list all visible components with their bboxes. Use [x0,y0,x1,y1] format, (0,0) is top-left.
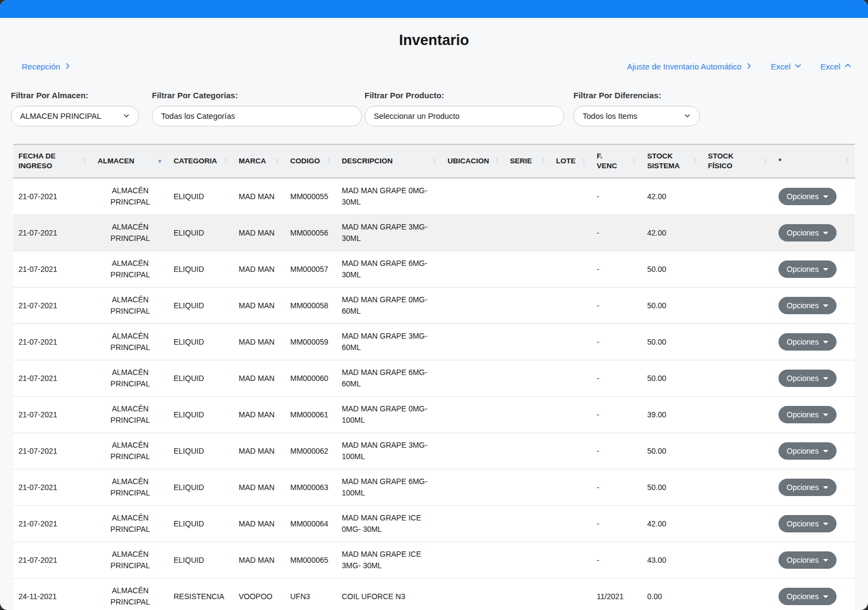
sort-icon: ▲▼ [763,157,768,165]
column-label: MARCA [239,156,266,166]
cell-descripcion: MAD MAN GRAPE 6MG- 100ML [336,469,442,506]
cell-almacen: ALMACÉN PRINCIPAL [92,433,168,469]
opciones-button[interactable]: Opciones [778,224,837,242]
column-label: F. VENC [597,151,617,171]
cell-stock-fisico [703,469,773,506]
opciones-button-label: Opciones [787,447,819,455]
action-links-row: Recepción Ajuste de Inventario Automátic… [0,62,868,71]
almacen-filter-label: Filtrar Por Almacen: [11,91,139,100]
column-header-stock-f-sico[interactable]: STOCK FÍSICO▲▼ [703,144,773,178]
column-header-almacen[interactable]: ALMACEN▼ [92,144,168,178]
cell-stock-sistema: 42.00 [642,215,703,251]
table-row: 21-07-2021ALMACÉN PRINCIPALELIQUIDMAD MA… [13,506,855,542]
ajuste-inventario-link[interactable]: Ajuste de Inventario Automático [627,62,752,71]
filter-group-categorias: Filtrar Por Categorías: [152,91,362,126]
sort-icon: ▲▼ [432,157,437,165]
table-row: 21-07-2021ALMACÉN PRINCIPALELIQUIDMAD MA… [13,397,855,433]
cell-stock-sistema: 50.00 [642,360,703,397]
cell-fecha: 21-07-2021 [13,397,92,433]
cell-marca: MAD MAN [233,433,285,469]
cell-descripcion: COIL UFORCE N3 [336,579,442,610]
cell-lote [551,506,591,542]
recepcion-link[interactable]: Recepción [22,62,71,71]
opciones-button-label: Opciones [787,301,819,310]
column-header-stock-sistema[interactable]: STOCK SISTEMA▲▼ [642,144,703,178]
opciones-button[interactable]: Opciones [778,442,837,460]
cell-codigo: MM000056 [285,215,336,251]
chevron-down-icon [123,112,130,120]
opciones-button[interactable]: Opciones [778,370,837,387]
opciones-button-label: Opciones [787,374,819,383]
cell-descripcion: MAD MAN GRAPE 3MG- 30ML [336,215,442,251]
table-header-row: FECHA DE INGRESO▲▼ALMACEN▼CATEGORIA▲▼MAR… [13,144,855,178]
excel-export-link[interactable]: Excel [771,62,802,71]
producto-filter-input[interactable] [365,106,564,126]
cell-f-venc: - [591,251,642,288]
cell-fecha: 24-11-2021 [13,579,92,610]
categorias-filter-input[interactable] [152,106,362,126]
producto-filter-label: Filtrar Por Producto: [365,91,564,100]
cell-stock-fisico [703,288,773,324]
cell-opciones: Opciones [773,542,855,579]
diferencias-filter-label: Filtrar Por Diferencias: [573,91,700,100]
column-header-descripcion[interactable]: DESCRIPCION▲▼ [336,144,442,178]
opciones-button-label: Opciones [787,556,819,564]
column-header-lote[interactable]: LOTE▲▼ [551,144,591,178]
opciones-button[interactable]: Opciones [778,588,837,605]
column-header-marca[interactable]: MARCA▲▼ [233,144,285,178]
cell-lote [551,469,591,506]
cell-stock-sistema: 50.00 [642,251,703,288]
caret-down-icon [823,304,828,307]
almacen-filter-select[interactable]: ALMACEN PRINCIPAL [11,106,139,126]
cell-categoria: ELIQUID [168,397,233,433]
table-row: 21-07-2021ALMACÉN PRINCIPALELIQUIDMAD MA… [13,433,855,469]
opciones-button[interactable]: Opciones [778,406,837,423]
opciones-button[interactable]: Opciones [778,188,837,205]
cell-opciones: Opciones [773,215,855,251]
cell-marca: MAD MAN [233,324,285,360]
cell-marca: MAD MAN [233,542,285,579]
sort-icon: ▲▼ [632,157,636,165]
opciones-button[interactable]: Opciones [778,515,837,532]
cell-serie [505,506,551,542]
column-header-codigo[interactable]: CODIGO▲▼ [285,144,336,178]
opciones-button[interactable]: Opciones [778,297,837,314]
diferencias-filter-select[interactable]: Todos los Items [573,106,700,126]
cell-stock-sistema: 42.00 [642,506,703,542]
cell-fecha: 21-07-2021 [13,251,92,288]
opciones-button[interactable]: Opciones [778,260,837,278]
cell-stock-fisico [703,433,773,469]
sort-icon: ▼ [157,158,163,164]
diferencias-selected-value: Todos los Items [583,112,637,120]
cell-fecha: 21-07-2021 [13,433,92,469]
column-label: * [778,156,781,166]
column-header-star[interactable]: *▲▼ [773,144,855,178]
sort-icon: ▲▼ [541,157,545,165]
categorias-filter-label: Filtrar Por Categorías: [152,91,362,100]
cell-categoria: ELIQUID [168,542,233,579]
column-header-f-venc[interactable]: F. VENC▲▼ [591,144,642,178]
cell-ubicacion [442,360,505,397]
filter-group-almacen: Filtrar Por Almacen: ALMACEN PRINCIPAL [11,91,139,126]
cell-stock-sistema: 42.00 [642,178,703,215]
cell-stock-sistema: 0.00 [642,579,703,610]
excel-import-link[interactable]: Excel [820,62,852,71]
cell-descripcion: MAD MAN GRAPE 0MG- 100ML [336,397,442,433]
column-header-ubicacion[interactable]: UBICACION▲▼ [442,144,505,178]
cell-codigo: MM000065 [285,542,336,579]
cell-lote [551,542,591,579]
cell-serie [505,360,551,397]
column-header-fecha-de-ingreso[interactable]: FECHA DE INGRESO▲▼ [13,144,92,178]
cell-marca: MAD MAN [233,215,285,251]
opciones-button[interactable]: Opciones [778,551,837,569]
cell-marca: MAD MAN [233,288,285,324]
opciones-button[interactable]: Opciones [778,333,837,351]
opciones-button[interactable]: Opciones [778,479,837,496]
column-header-serie[interactable]: SERIE▲▼ [505,144,551,178]
cell-fecha: 21-07-2021 [13,215,92,251]
cell-lote [551,360,591,397]
cell-stock-sistema: 50.00 [642,288,703,324]
column-header-categoria[interactable]: CATEGORIA▲▼ [168,144,233,178]
sort-icon: ▲▼ [495,157,499,165]
table-row: 24-11-2021ALMACÉN PRINCIPALRESISTENCIAVO… [13,579,855,610]
